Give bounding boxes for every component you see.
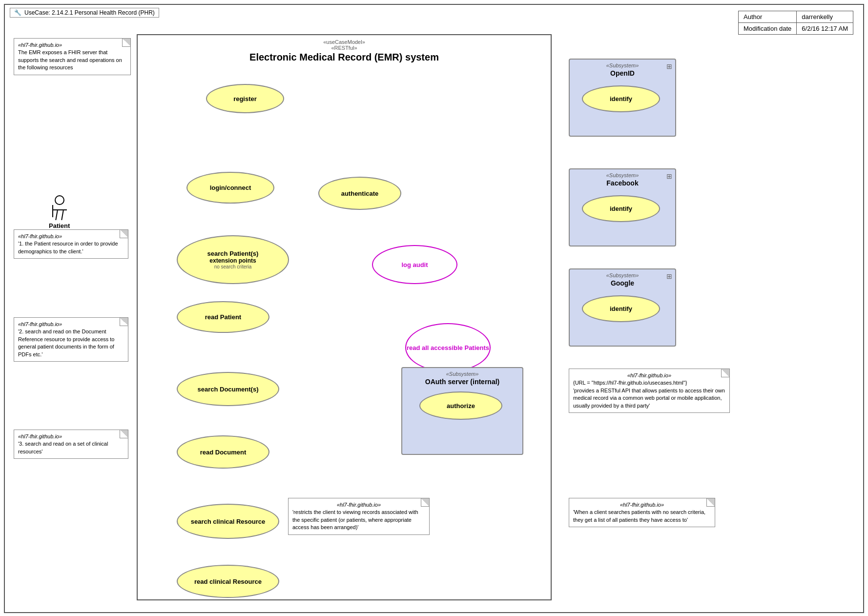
subsystem-google: ⊞ «Subsystem» Google identify <box>569 268 676 347</box>
oval-log-audit[interactable]: log audit <box>372 245 457 284</box>
oval-authorize[interactable]: authorize <box>419 391 502 420</box>
note-restrict: «hl7-fhir.github.io» 'restricts the clie… <box>288 498 430 535</box>
subsystem-fb-icon: ⊞ <box>666 172 672 180</box>
oauth-title: OAuth server (internal) <box>402 377 522 387</box>
mod-date-label: Modification date <box>739 23 797 35</box>
actor-label: Patient <box>49 222 70 229</box>
note-clinical-resource: «hl7-fhir.github.io» '3. search and read… <box>14 430 128 459</box>
note-emr-text: The EMR exposes a FHIR server that suppo… <box>18 49 126 71</box>
author-label: Author <box>739 11 797 23</box>
oval-google-identify[interactable]: identify <box>582 295 660 322</box>
oval-login-connect[interactable]: login/connect <box>186 172 274 204</box>
oval-search-clinical[interactable]: search clinical Resource <box>177 504 279 539</box>
outer-frame: 🔧 UseCase: 2.14.2.1 Personal Health Reco… <box>4 4 864 613</box>
actor-leg-left <box>55 210 58 220</box>
note-document-resource: «hl7-fhir.github.io» '2. search and read… <box>14 317 128 362</box>
note-search-criteria: «hl7-fhir.github.io» 'When a client sear… <box>569 498 715 527</box>
oval-register[interactable]: register <box>206 84 284 113</box>
oval-read-clinical[interactable]: read clinical Resource <box>177 565 279 598</box>
oval-search-documents[interactable]: search Document(s) <box>177 372 279 406</box>
subsystem-facebook: ⊞ «Subsystem» Facebook identify <box>569 168 676 246</box>
oval-facebook-identify[interactable]: identify <box>582 195 660 222</box>
actor-head <box>55 195 64 205</box>
note-emr-fhir: «hl7-fhir.github.io» The EMR exposes a F… <box>14 38 131 75</box>
actor-body <box>52 205 53 217</box>
oval-extension-points[interactable]: search Patient(s) extension points no se… <box>177 235 289 284</box>
note-oauth-restful: «hl7-fhir.github.io» {URL = "https://hl7… <box>569 369 730 413</box>
actor-leg-right <box>61 210 63 220</box>
actor-arms <box>52 209 67 210</box>
note-patient-resource: «hl7-fhir.github.io» '1. the Patient res… <box>14 229 128 259</box>
oval-authenticate[interactable]: authenticate <box>318 177 401 210</box>
oauth-stereotype: «Subsystem» <box>402 368 522 377</box>
oval-openid-identify[interactable]: identify <box>582 85 660 112</box>
mod-date-value: 6/2/16 12:17 AM <box>797 23 853 35</box>
note-emr-url: «hl7-fhir.github.io» <box>18 41 126 49</box>
subsystem-oauth: «Subsystem» OAuth server (internal) auth… <box>401 367 523 455</box>
diagram-title: UseCase: 2.14.2.1 Personal Health Record… <box>24 9 155 16</box>
author-table: Author darrenkelly Modification date 6/2… <box>738 11 853 35</box>
title-icon: 🔧 <box>14 9 21 16</box>
oval-read-document[interactable]: read Document <box>177 435 269 469</box>
oval-read-all-patients[interactable]: read all accessible Patients <box>405 323 491 372</box>
subsystem-openid: ⊞ «Subsystem» OpenID identify <box>569 59 676 137</box>
subsystem-google-icon: ⊞ <box>666 272 672 280</box>
emr-stereotype: «useCaseModel» «RESTful» <box>138 35 551 51</box>
actor-patient: Patient <box>49 195 70 229</box>
oval-read-patient[interactable]: read Patient <box>177 301 269 333</box>
emr-title: Electronic Medical Record (EMR) system <box>138 51 551 68</box>
subsystem-icon: ⊞ <box>666 62 672 70</box>
title-bar: 🔧 UseCase: 2.14.2.1 Personal Health Reco… <box>10 8 159 18</box>
author-value: darrenkelly <box>797 11 853 23</box>
